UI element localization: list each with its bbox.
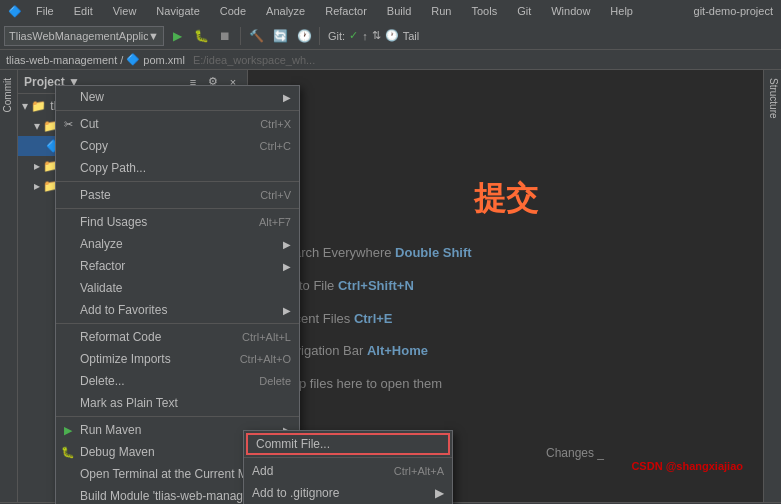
structure-tab[interactable]: Structure — [764, 70, 781, 127]
ctx-copy-path-label: Copy Path... — [80, 161, 291, 175]
menu-git[interactable]: Git — [511, 3, 537, 19]
build-button[interactable]: 🔨 — [245, 25, 267, 47]
run-maven-icon: ▶ — [61, 423, 75, 437]
ctx-mark-plain-label: Mark as Plain Text — [80, 396, 291, 410]
cut-icon: ✂ — [61, 117, 75, 131]
ctx-copy-shortcut: Ctrl+C — [260, 140, 291, 152]
ctx-copy-path[interactable]: Copy Path... — [56, 157, 299, 179]
run-config-selector[interactable]: TliasWebManagementApplication ▼ ▼ — [4, 26, 164, 46]
breadcrumb-path: E:/idea_workspace_wh... — [193, 54, 315, 66]
menu-view[interactable]: View — [107, 3, 143, 19]
ctx-new-arrow: ▶ — [283, 92, 291, 103]
ctx-cut-label: Cut — [80, 117, 250, 131]
commit-file-label: Commit File... — [256, 437, 330, 451]
breadcrumb-file[interactable]: 🔷 — [126, 53, 140, 66]
ctx-refactor[interactable]: Refactor ▶ — [56, 255, 299, 277]
menu-code[interactable]: Code — [214, 3, 252, 19]
ctx-analyze-arrow: ▶ — [283, 239, 291, 250]
title-bar-right: git-demo-project — [694, 5, 773, 17]
git-tail-label: Tail — [403, 30, 420, 42]
ctx-copy[interactable]: Copy Ctrl+C — [56, 135, 299, 157]
toolbar: TliasWebManagementApplication ▼ ▼ ▶ 🐛 ⏹ … — [0, 22, 781, 50]
menu-analyze[interactable]: Analyze — [260, 3, 311, 19]
window-title: git-demo-project — [694, 5, 773, 17]
ctx-validate-label: Validate — [80, 281, 291, 295]
ctx-delete-shortcut: Delete — [259, 375, 291, 387]
ctx-sep-5 — [56, 416, 299, 417]
ctx-delete[interactable]: Delete... Delete — [56, 370, 299, 392]
ctx-sep-2 — [56, 181, 299, 182]
git-clock-icon: 🕐 — [385, 29, 399, 42]
menu-tools[interactable]: Tools — [465, 3, 503, 19]
breadcrumb-pomxml[interactable]: pom.xml — [143, 54, 185, 66]
menu-window[interactable]: Window — [545, 3, 596, 19]
app-icon: 🔷 — [8, 5, 22, 18]
menu-file[interactable]: File — [30, 3, 60, 19]
ctx-validate[interactable]: Validate — [56, 277, 299, 299]
debug-maven-icon: 🐛 — [61, 445, 75, 459]
ctx-refactor-label: Refactor — [80, 259, 279, 273]
git-add-shortcut: Ctrl+Alt+A — [394, 465, 444, 477]
menu-help[interactable]: Help — [604, 3, 639, 19]
git-add-gitignore-arrow: ▶ — [435, 486, 444, 500]
ctx-sep-1 — [56, 110, 299, 111]
ctx-sep-4 — [56, 323, 299, 324]
ctx-mark-plain[interactable]: Mark as Plain Text — [56, 392, 299, 414]
run-button[interactable]: ▶ — [166, 25, 188, 47]
menu-edit[interactable]: Edit — [68, 3, 99, 19]
folder-icon: ▾ 📁 — [22, 99, 46, 113]
stop-button[interactable]: ⏹ — [214, 25, 236, 47]
ctx-find-usages-label: Find Usages — [80, 215, 249, 229]
title-bar-left: 🔷 File Edit View Navigate Code Analyze R… — [8, 3, 639, 19]
ctx-optimize-label: Optimize Imports — [80, 352, 230, 366]
ctx-reformat[interactable]: Reformat Code Ctrl+Alt+L — [56, 326, 299, 348]
history-button[interactable]: 🕐 — [293, 25, 315, 47]
commit-file-button[interactable]: Commit File... — [246, 433, 450, 455]
git-add-gitignore-label: Add to .gitignore — [252, 486, 339, 500]
ctx-copy-label: Copy — [80, 139, 250, 153]
ctx-analyze[interactable]: Analyze ▶ — [56, 233, 299, 255]
right-side-tabs: Structure — [763, 70, 781, 502]
breadcrumb-project[interactable]: tlias-web-management — [6, 54, 117, 66]
ctx-find-usages[interactable]: Find Usages Alt+F7 — [56, 211, 299, 233]
tip-search-shortcut: Double Shift — [395, 245, 472, 260]
ctx-delete-label: Delete... — [80, 374, 249, 388]
ctx-paste[interactable]: Paste Ctrl+V — [56, 184, 299, 206]
git-submenu: Commit File... Add Ctrl+Alt+A Add to .gi… — [243, 430, 453, 504]
git-label: Git: ✓ ↑ ⇅ 🕐 Tail — [328, 29, 419, 42]
ctx-paste-shortcut: Ctrl+V — [260, 189, 291, 201]
separator-2 — [319, 27, 320, 45]
ctx-refactor-arrow: ▶ — [283, 261, 291, 272]
menu-run[interactable]: Run — [425, 3, 457, 19]
commit-tab[interactable]: Commit — [0, 70, 17, 120]
update-button[interactable]: 🔄 — [269, 25, 291, 47]
run-config-label: TliasWebManagementApplication ▼ — [9, 30, 148, 42]
ctx-cut[interactable]: ✂ Cut Ctrl+X — [56, 113, 299, 135]
ctx-cut-shortcut: Ctrl+X — [260, 118, 291, 130]
ctx-new-label: New — [80, 90, 279, 104]
ctx-optimize-imports[interactable]: Optimize Imports Ctrl+Alt+O — [56, 348, 299, 370]
separator-1 — [240, 27, 241, 45]
tip-navbar-shortcut: Alt+Home — [367, 343, 428, 358]
tip-search: Search Everywhere Double Shift — [278, 243, 472, 264]
breadcrumb-separator-1: / — [120, 54, 123, 66]
breadcrumb-bar: tlias-web-management / 🔷 pom.xml E:/idea… — [0, 50, 781, 70]
tip-title: 提交 — [474, 177, 538, 221]
git-add-gitignore[interactable]: Add to .gitignore ▶ — [244, 482, 452, 504]
git-add[interactable]: Add Ctrl+Alt+A — [244, 460, 452, 482]
git-check-icon: ✓ — [349, 29, 358, 42]
menu-navigate[interactable]: Navigate — [150, 3, 205, 19]
ctx-paste-label: Paste — [80, 188, 250, 202]
git-text: Git: — [328, 30, 345, 42]
tip-drop: Drop files here to open them — [278, 374, 442, 395]
debug-button[interactable]: 🐛 — [190, 25, 212, 47]
watermark: CSDN @shangxiajiao — [631, 460, 743, 472]
ctx-optimize-shortcut: Ctrl+Alt+O — [240, 353, 291, 365]
ctx-new[interactable]: New ▶ — [56, 86, 299, 108]
git-sep-0 — [244, 457, 452, 458]
ctx-add-favorites[interactable]: Add to Favorites ▶ — [56, 299, 299, 321]
git-arrows-icon: ⇅ — [372, 29, 381, 42]
ctx-reformat-shortcut: Ctrl+Alt+L — [242, 331, 291, 343]
menu-refactor[interactable]: Refactor — [319, 3, 373, 19]
menu-build[interactable]: Build — [381, 3, 417, 19]
